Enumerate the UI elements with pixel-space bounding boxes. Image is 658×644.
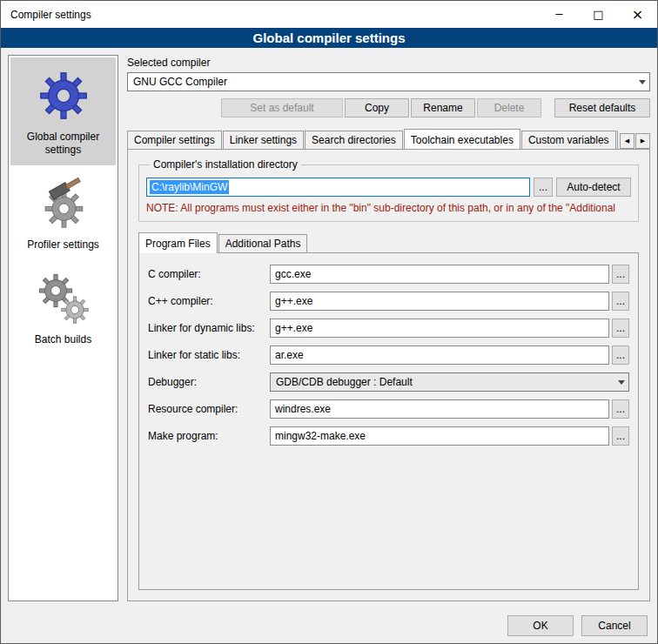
c-compiler-label: C compiler: xyxy=(148,268,270,280)
close-icon: × xyxy=(632,6,643,23)
tab-scroll-left-button[interactable]: ◀ xyxy=(620,133,634,149)
program-files-panel: C compiler: gcc.exe ... C++ compiler: g+… xyxy=(138,252,639,590)
titlebar: Compiler settings ─ □ × xyxy=(1,1,657,28)
window-controls: ─ □ × xyxy=(540,1,657,28)
c-compiler-input[interactable]: gcc.exe xyxy=(270,265,609,284)
sidebar-item-label: Profiler settings xyxy=(27,238,99,252)
installation-directory-value: C:\raylib\MinGW xyxy=(150,180,229,194)
c-compiler-row: C compiler: gcc.exe ... xyxy=(148,265,629,284)
chevron-down-icon xyxy=(614,373,628,391)
tab-scroll-arrows: ◀ ▶ xyxy=(620,133,650,149)
rename-button[interactable]: Rename xyxy=(411,98,475,117)
set-as-default-button[interactable]: Set as default xyxy=(221,98,343,117)
resource-compiler-row: Resource compiler: windres.exe ... xyxy=(148,399,629,419)
tab-scroll-right-button[interactable]: ▶ xyxy=(635,133,650,149)
debugger-row: Debugger: GDB/CDB debugger : Default xyxy=(148,372,629,392)
installation-directory-input[interactable]: C:\raylib\MinGW xyxy=(146,178,530,197)
page-title: Global compiler settings xyxy=(1,28,657,48)
static-linker-browse-button[interactable]: ... xyxy=(612,345,629,365)
resource-compiler-input[interactable]: windres.exe xyxy=(270,399,609,419)
resource-compiler-label: Resource compiler: xyxy=(148,403,270,415)
compiler-actions: Set as default Copy Rename Delete Reset … xyxy=(127,98,650,117)
tab-compiler-settings[interactable]: Compiler settings xyxy=(127,131,222,149)
arrow-right-icon: ▶ xyxy=(641,138,645,144)
minimize-icon: ─ xyxy=(556,8,563,21)
installation-directory-row: C:\raylib\MinGW ... Auto-detect xyxy=(146,178,631,197)
tab-linker-settings[interactable]: Linker settings xyxy=(223,131,304,149)
tab-program-files[interactable]: Program Files xyxy=(138,232,218,253)
make-program-row: Make program: mingw32-make.exe ... xyxy=(148,426,629,446)
dynamic-linker-input[interactable]: g++.exe xyxy=(270,319,609,338)
installation-note: NOTE: All programs must exist either in … xyxy=(146,202,631,214)
c-compiler-value: gcc.exe xyxy=(275,268,311,280)
make-program-value: mingw32-make.exe xyxy=(275,430,366,442)
stacked-gears-icon xyxy=(37,272,91,325)
profiler-hammer-icon xyxy=(37,177,91,231)
selected-compiler-combobox[interactable]: GNU GCC Compiler xyxy=(127,72,650,91)
compiler-settings-window: Compiler settings ─ □ × Global compiler … xyxy=(0,0,658,644)
debugger-value: GDB/CDB debugger : Default xyxy=(276,376,614,388)
main-content: Selected compiler GNU GCC Compiler Set a… xyxy=(127,55,650,601)
cancel-button[interactable]: Cancel xyxy=(581,615,648,636)
tab-toolchain-executables[interactable]: Toolchain executables xyxy=(404,129,520,149)
selected-compiler-value: GNU GCC Compiler xyxy=(133,76,635,88)
close-button[interactable]: × xyxy=(618,1,657,28)
copy-button[interactable]: Copy xyxy=(345,98,409,117)
resource-compiler-browse-button[interactable]: ... xyxy=(612,399,629,419)
tab-additional-paths[interactable]: Additional Paths xyxy=(218,234,308,252)
dynamic-linker-value: g++.exe xyxy=(275,322,312,334)
static-linker-value: ar.exe xyxy=(275,349,304,361)
static-linker-input[interactable]: ar.exe xyxy=(270,345,609,365)
settings-tab-bar: Compiler settings Linker settings Search… xyxy=(127,129,650,149)
dynamic-linker-row: Linker for dynamic libs: g++.exe ... xyxy=(148,319,629,338)
cpp-compiler-value: g++.exe xyxy=(275,295,312,307)
delete-button[interactable]: Delete xyxy=(477,98,541,117)
tab-strip: Compiler settings Linker settings Search… xyxy=(127,129,618,149)
settings-category-sidebar: Global compiler settings xyxy=(8,55,118,601)
arrow-left-icon: ◀ xyxy=(625,138,629,144)
sidebar-item-label: Global compiler settings xyxy=(14,131,112,157)
installation-directory-group: Compiler's installation directory C:\ray… xyxy=(138,158,639,222)
cpp-compiler-browse-button[interactable]: ... xyxy=(612,292,629,311)
make-program-browse-button[interactable]: ... xyxy=(612,426,629,446)
sidebar-item-label: Batch builds xyxy=(35,333,91,346)
dialog-body: Global compiler settings xyxy=(1,48,657,608)
make-program-input[interactable]: mingw32-make.exe xyxy=(270,426,609,446)
chevron-down-icon xyxy=(635,73,649,91)
resource-compiler-value: windres.exe xyxy=(275,403,331,415)
ok-button[interactable]: OK xyxy=(507,615,574,636)
cpp-compiler-label: C++ compiler: xyxy=(148,295,270,307)
gear-icon xyxy=(37,69,91,123)
maximize-icon: □ xyxy=(593,8,603,21)
program-files-tab-bar: Program Files Additional Paths xyxy=(138,232,639,252)
sidebar-item-batch-builds[interactable]: Batch builds xyxy=(10,260,116,355)
dynamic-linker-browse-button[interactable]: ... xyxy=(612,319,629,338)
maximize-button[interactable]: □ xyxy=(579,1,618,28)
dynamic-linker-label: Linker for dynamic libs: xyxy=(148,322,270,334)
make-program-label: Make program: xyxy=(148,430,270,442)
toolchain-executables-panel: Compiler's installation directory C:\ray… xyxy=(127,149,650,601)
dialog-footer: OK Cancel xyxy=(1,608,657,643)
reset-defaults-button[interactable]: Reset defaults xyxy=(554,98,650,117)
sidebar-item-global-compiler-settings[interactable]: Global compiler settings xyxy=(10,57,116,165)
debugger-label: Debugger: xyxy=(148,376,270,388)
minimize-button[interactable]: ─ xyxy=(540,1,579,28)
auto-detect-button[interactable]: Auto-detect xyxy=(556,178,631,197)
window-title: Compiler settings xyxy=(1,1,540,28)
static-linker-label: Linker for static libs: xyxy=(148,349,270,361)
tab-search-directories[interactable]: Search directories xyxy=(305,131,403,149)
cpp-compiler-row: C++ compiler: g++.exe ... xyxy=(148,292,629,311)
static-linker-row: Linker for static libs: ar.exe ... xyxy=(148,345,629,365)
cpp-compiler-input[interactable]: g++.exe xyxy=(270,292,609,311)
tab-build-options-truncated[interactable]: Buil xyxy=(617,131,618,149)
tab-custom-variables[interactable]: Custom variables xyxy=(521,131,616,149)
selected-compiler-label: Selected compiler xyxy=(127,57,650,69)
installation-directory-label: Compiler's installation directory xyxy=(150,158,301,171)
sidebar-item-profiler-settings[interactable]: Profiler settings xyxy=(10,165,116,260)
c-compiler-browse-button[interactable]: ... xyxy=(612,265,629,284)
debugger-combobox[interactable]: GDB/CDB debugger : Default xyxy=(270,372,629,392)
installation-directory-browse-button[interactable]: ... xyxy=(534,178,553,197)
